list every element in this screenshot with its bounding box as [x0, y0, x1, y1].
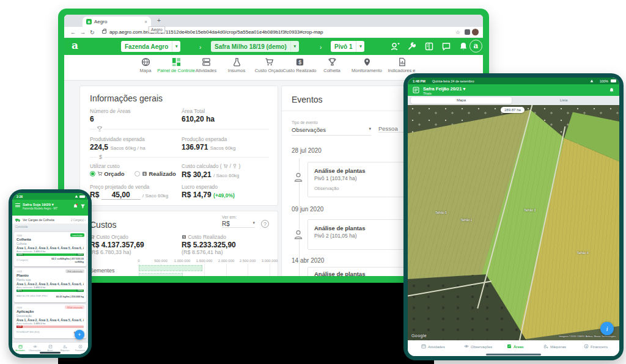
card-foot-left: 2 Carga(s) [17, 258, 28, 261]
event-item[interactable]: Análise de plantas Pivô 2 (101,05 ha) [307, 219, 410, 250]
currency-select[interactable]: R$ ▾ [222, 220, 255, 228]
radio-realizado[interactable] [134, 171, 140, 177]
back-icon[interactable]: ← [70, 29, 76, 35]
tab-tooltip: Aegro [149, 26, 165, 33]
field-icon [48, 344, 53, 349]
chevron-down-icon[interactable]: ▾ [356, 41, 364, 52]
card-foot-right: 60,01 kg/ha | 210.000 kg [46, 295, 84, 298]
home-indicator [40, 352, 61, 354]
tab-label: Monitoramento [352, 68, 382, 73]
svg-text:$: $ [586, 345, 587, 348]
crop-select[interactable]: Safra Milho 18/19 (demo) ▾ [211, 41, 299, 52]
chevron-down-icon: ▾ [463, 86, 465, 92]
report-chart-icon [397, 57, 407, 67]
event-item[interactable]: Análise de plantas Pivô 1 (103,74 ha) Ob… [307, 162, 410, 197]
reload-icon[interactable]: ↻ [90, 29, 95, 35]
segment-lista[interactable]: Lista [512, 97, 616, 104]
map-info-fab[interactable]: i [600, 322, 614, 335]
segment-mapa[interactable]: Mapa [411, 97, 512, 104]
nav-areas[interactable]: Áreas [43, 344, 57, 352]
nav-maquinas[interactable]: Máquinas [57, 344, 72, 352]
tab-monitoramento[interactable]: Monitoramento [347, 57, 386, 73]
gridline [270, 264, 270, 276]
invite-user-icon[interactable] [390, 42, 400, 51]
status-badge: 29d adiantada [65, 269, 84, 273]
truck-icon [15, 218, 21, 222]
farm-select[interactable]: Fazenda Aegro ▾ [121, 41, 180, 52]
dollar-square-icon: $ [295, 57, 304, 67]
tractor-icon [63, 344, 67, 349]
browser-tab[interactable]: a Aegro × [83, 16, 151, 27]
total-area-value: 610,20 ha [182, 115, 215, 123]
nav-observacoes[interactable]: Observações [464, 344, 492, 349]
drawer-menu-icon[interactable] [413, 87, 419, 93]
tab-label: Mapa [140, 68, 152, 73]
nav-financeiro[interactable]: $Financeiro [584, 344, 608, 349]
phone-crop-select[interactable]: Safra Soja 19/20 ▾ [23, 202, 70, 206]
nav-observacoes[interactable]: Observações [28, 344, 42, 352]
event-item[interactable]: Análise de plantas [307, 267, 410, 276]
tab-indicadores[interactable]: Indicadores e [382, 57, 421, 73]
user-avatar[interactable]: a [470, 40, 482, 53]
filter-icon[interactable] [80, 203, 86, 209]
status-date: Quinta-feira 24 de setembro [432, 79, 474, 83]
progress-left-chip: 0/29 [17, 326, 23, 329]
activity-card[interactable]: #006 concluída Colheita Colheita Área 1,… [14, 232, 86, 266]
forward-icon[interactable]: → [80, 29, 86, 35]
add-activity-fab[interactable]: + [75, 330, 84, 340]
field-select[interactable]: Pivô 1 ▾ [331, 41, 364, 52]
general-info-card: Informações gerais Número de Áreas 6 Áre… [79, 86, 278, 206]
field-label: Talhão 5 [435, 211, 447, 214]
budget-bar[interactable] [139, 265, 202, 271]
tab-close-icon[interactable]: × [144, 19, 147, 24]
nav-areas[interactable]: Áreas [507, 344, 524, 349]
activity-title: Plantio [17, 274, 29, 277]
tab-colheita[interactable]: Colheita [312, 57, 352, 73]
nav-maquinas[interactable]: Máquinas [543, 344, 566, 349]
realized-bar[interactable] [139, 273, 183, 276]
bookmark-star-icon[interactable]: ☆ [455, 29, 460, 35]
field-select-value: Pivô 1 [331, 43, 356, 50]
event-type-label: Tipo de evento [292, 120, 318, 125]
browser-profile-avatar[interactable] [472, 29, 479, 35]
view-in-label: Ver em: [222, 215, 237, 219]
nav-financeiro[interactable]: $Financeiro [73, 344, 87, 352]
help-icon[interactable]: ? [261, 220, 269, 228]
hamburger-menu-icon[interactable] [15, 203, 20, 204]
chevron-down-icon[interactable]: ▾ [290, 41, 299, 52]
radio-orcado[interactable] [90, 171, 95, 177]
costs-card: Custos Ver em: R$ ▾ ? Custo Orçado R$ 4.… [79, 211, 278, 276]
nav-atividades[interactable]: Atividades [421, 344, 445, 349]
event-tag: Observação [314, 186, 339, 191]
x-tick: 1.000.000 [174, 259, 191, 263]
phone-status-bar: 2:28 [12, 193, 88, 200]
tablet-crop-select[interactable]: Safra Feijão 20/21 ▾ [423, 86, 496, 92]
chevron-down-icon: ▾ [369, 126, 371, 131]
chat-icon[interactable] [441, 42, 451, 51]
price-currency: R$ [90, 191, 99, 199]
num-areas-value: 6 [90, 115, 94, 123]
nav-atividades[interactable]: Atividades [13, 344, 28, 352]
satellite-map[interactable]: 289.87 ha Talhão 5 Talhão 1 Talhão 3 Tal… [408, 105, 619, 340]
bell-icon[interactable] [73, 203, 78, 209]
news-book-icon[interactable] [424, 42, 434, 51]
price-label: Preço projetado de venda [90, 184, 149, 190]
cargas-row[interactable]: Ver Cargas de Colheita 2 Carga(s) › [12, 216, 88, 224]
bell-icon[interactable] [458, 42, 468, 51]
field-label: Talhão 3 [524, 208, 536, 212]
extension-icon[interactable] [465, 29, 470, 35]
bell-icon[interactable] [609, 87, 614, 93]
chevron-down-icon[interactable]: ▾ [172, 41, 180, 52]
use-cost-label: Utilizar custo [90, 163, 120, 169]
projected-price-input[interactable] [101, 191, 141, 200]
divider [90, 129, 269, 129]
phone-app-header: Safra Soja 19/20 ▾ Fazenda Modelo Aegro … [12, 200, 88, 216]
new-tab-button[interactable]: + [157, 17, 161, 24]
costs-bar-chart: 0 500.000 1.000.000 1.500.000 2.000.000 … [80, 259, 279, 276]
activity-card[interactable]: #003 29d adiantada Plantio Plantio soja … [14, 268, 86, 302]
event-type-select[interactable]: Observações ▾ [292, 126, 371, 136]
browser-menu-icon[interactable]: ⋮ [481, 29, 483, 35]
wifi-icon [591, 80, 594, 82]
tools-wrench-icon[interactable] [407, 42, 417, 51]
field-label: Talhão 4 [577, 251, 589, 255]
